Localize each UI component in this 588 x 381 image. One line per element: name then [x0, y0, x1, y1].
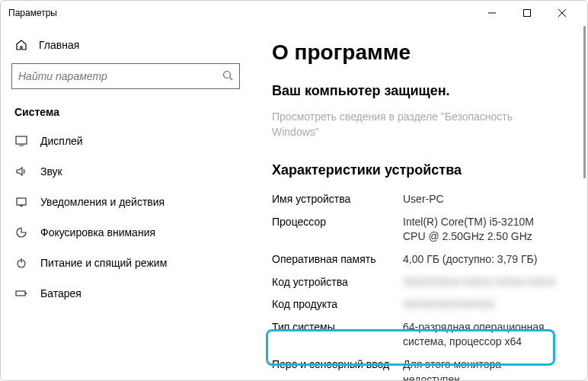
svg-line-5: [230, 77, 233, 80]
device-specs-header: Характеристики устройства: [272, 162, 580, 178]
spec-processor: Процессор Intel(R) Core(TM) i5-3210M CPU…: [272, 215, 580, 245]
svg-rect-12: [25, 293, 27, 294]
spec-ram: Оперативная память 4,00 ГБ (доступно: 3,…: [272, 252, 580, 267]
home-nav[interactable]: Главная: [1, 33, 251, 59]
spec-key: Оперативная память: [272, 252, 403, 267]
spec-value: 4,00 ГБ (доступно: 3,79 ГБ): [403, 252, 580, 267]
sidebar-section-header: Система: [1, 100, 251, 126]
sidebar-item-sound[interactable]: Звук: [1, 156, 251, 187]
spec-device-name: Имя устройства User-PC: [272, 192, 580, 207]
scrollbar[interactable]: [583, 26, 586, 178]
sidebar-item-label: Уведомления и действия: [40, 196, 165, 208]
maximize-button[interactable]: [510, 1, 545, 25]
spec-key: Имя устройства: [272, 192, 403, 207]
svg-rect-8: [17, 198, 26, 205]
spec-key: Перо и сенсорный ввод: [272, 357, 403, 380]
svg-rect-11: [16, 291, 25, 296]
svg-rect-1: [524, 10, 531, 17]
sidebar-item-focus[interactable]: Фокусировка внимания: [1, 217, 251, 248]
search-box[interactable]: [11, 63, 240, 89]
spec-value-blurred: XXXXXXXX-XXXX-XXXX-XXXX: [403, 275, 580, 290]
spec-value: Для этого монитора недоступен: [403, 357, 580, 380]
protection-status: Ваш компьютер защищен.: [272, 83, 580, 99]
spec-key: Код устройства: [272, 275, 403, 290]
sidebar-item-power[interactable]: Питание и спящий режим: [1, 248, 251, 278]
sidebar-item-label: Батарея: [40, 287, 81, 299]
focus-icon: [14, 226, 28, 239]
spec-value-blurred: XXXXXXXXXXXXX: [403, 297, 580, 312]
spec-key: Процессор: [272, 215, 403, 245]
sidebar-item-label: Питание и спящий режим: [40, 257, 167, 269]
sidebar-item-battery[interactable]: Батарея: [1, 278, 251, 309]
main-content: О программе Ваш компьютер защищен. Просм…: [251, 25, 587, 380]
window-controls: [475, 1, 580, 25]
security-link[interactable]: Просмотреть сведения в разделе "Безопасн…: [272, 110, 546, 139]
spec-device-id: Код устройства XXXXXXXX-XXXX-XXXX-XXXX: [272, 275, 580, 290]
page-title: О программе: [272, 40, 580, 65]
power-icon: [14, 257, 28, 269]
notifications-icon: [14, 196, 28, 208]
spec-value: User-PC: [403, 192, 580, 207]
spec-pen-touch: Перо и сенсорный ввод Для этого монитора…: [272, 357, 580, 380]
search-icon: [222, 70, 233, 83]
sidebar-item-label: Дисплей: [40, 135, 83, 147]
sidebar: Главная Система Дисплей Звук Уведомления…: [1, 25, 251, 380]
display-icon: [14, 135, 28, 147]
spec-key: Код продукта: [272, 297, 403, 312]
sound-icon: [14, 165, 28, 178]
sidebar-item-label: Звук: [40, 165, 62, 178]
minimize-button[interactable]: [475, 1, 510, 25]
sidebar-item-display[interactable]: Дисплей: [1, 126, 251, 156]
search-input[interactable]: [18, 70, 222, 82]
titlebar: Параметры: [1, 1, 587, 25]
battery-icon: [14, 287, 28, 299]
home-label: Главная: [39, 39, 79, 51]
close-button[interactable]: [545, 1, 580, 25]
spec-product-id: Код продукта XXXXXXXXXXXXX: [272, 297, 580, 312]
spec-key: Тип системы: [272, 320, 403, 350]
window-title: Параметры: [8, 8, 475, 18]
home-icon: [14, 39, 28, 51]
spec-value: 64-разрядная операционная система, проце…: [403, 320, 580, 350]
sidebar-item-label: Фокусировка внимания: [40, 226, 155, 239]
sidebar-item-notifications[interactable]: Уведомления и действия: [1, 187, 251, 217]
spec-value: Intel(R) Core(TM) i5-3210M CPU @ 2.50GHz…: [403, 215, 580, 245]
svg-point-4: [224, 71, 231, 78]
svg-rect-6: [16, 136, 27, 144]
spec-system-type: Тип системы 64-разрядная операционная си…: [272, 320, 580, 350]
